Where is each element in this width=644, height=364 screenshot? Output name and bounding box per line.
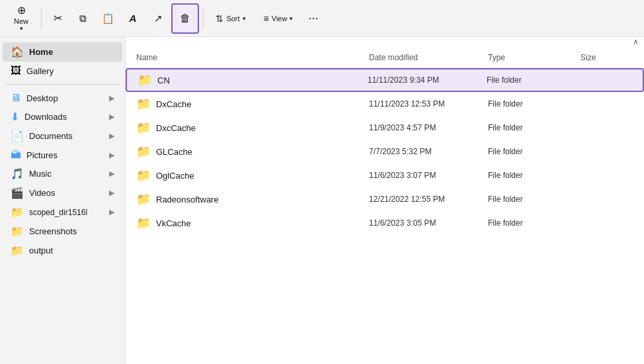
- sort-button[interactable]: ⇅ Sort ▾: [208, 3, 254, 34]
- sidebar-desktop-label: Desktop: [26, 93, 104, 103]
- main-area: 🏠 Home 🖼 Gallery 🖥 Desktop ▶ ⬇ Downloads…: [0, 37, 644, 364]
- folder-icon: 📁: [136, 120, 151, 135]
- rename-button[interactable]: A: [121, 3, 145, 34]
- sidebar-item-desktop[interactable]: 🖥 Desktop ▶: [3, 89, 122, 107]
- cut-icon: ✂: [54, 13, 62, 24]
- file-type-cell: File folder: [488, 218, 581, 228]
- file-date-cell: 12/21/2022 12:55 PM: [369, 195, 488, 204]
- sidebar-item-gallery[interactable]: 🖼 Gallery: [3, 62, 122, 80]
- sidebar-item-documents[interactable]: 📄 Documents ▶: [3, 126, 122, 146]
- table-row[interactable]: 📁 DxcCache 11/9/2023 4:57 PM File folder: [126, 116, 644, 140]
- sidebar-videos-label: Videos: [29, 188, 104, 198]
- file-name-label: Radeonsoftware: [156, 195, 219, 205]
- table-row[interactable]: 📁 DxCache 11/11/2023 12:53 PM File folde…: [126, 92, 644, 116]
- view-button[interactable]: ≡ View ▾: [255, 3, 302, 34]
- sidebar-item-pictures[interactable]: 🏔 Pictures ▶: [3, 146, 122, 164]
- paste-button[interactable]: 📋: [96, 3, 120, 34]
- folder-icon: 📁: [138, 73, 152, 87]
- new-icon: ⊕: [17, 5, 26, 16]
- file-type-cell: File folder: [488, 171, 581, 180]
- file-date-cell: 11/6/2023 3:07 PM: [369, 171, 488, 180]
- column-headers: Name Date modified Type Size: [126, 48, 644, 68]
- file-name-cell: 📁 DxCache: [136, 97, 369, 111]
- col-date-header[interactable]: Date modified: [369, 50, 488, 65]
- pictures-pin-icon: ▶: [109, 151, 114, 159]
- music-pin-icon: ▶: [109, 169, 114, 178]
- file-type-cell: File folder: [488, 123, 581, 132]
- separator-1: [41, 9, 42, 28]
- rename-icon: A: [130, 13, 137, 23]
- documents-pin-icon: ▶: [109, 132, 114, 140]
- videos-icon: 🎬: [11, 187, 24, 199]
- sidebar-scoped-label: scoped_dir1516l: [29, 208, 104, 217]
- collapse-row: ∧: [126, 37, 644, 46]
- file-date-cell: 11/9/2023 4:57 PM: [369, 123, 488, 132]
- folder-icon: 📁: [136, 216, 151, 230]
- separator-2: [203, 9, 204, 28]
- content-area: ∧ Name Date modified Type Size 📁 CN 11/1…: [126, 37, 644, 364]
- scoped-icon: 📁: [11, 206, 24, 218]
- file-name-label: OglCache: [156, 171, 194, 181]
- file-date-cell: 11/11/2023 12:53 PM: [369, 99, 488, 109]
- sidebar: 🏠 Home 🖼 Gallery 🖥 Desktop ▶ ⬇ Downloads…: [0, 37, 126, 364]
- sidebar-item-downloads[interactable]: ⬇ Downloads ▶: [3, 107, 122, 126]
- file-name-label: DxcCache: [156, 123, 196, 133]
- downloads-pin-icon: ▶: [109, 113, 114, 121]
- sidebar-item-scoped[interactable]: 📁 scoped_dir1516l ▶: [3, 203, 122, 222]
- file-name-cell: 📁 DxcCache: [136, 120, 369, 135]
- folder-icon: 📁: [136, 192, 151, 206]
- output-icon: 📁: [11, 244, 24, 257]
- copy-icon: ⧉: [79, 13, 87, 23]
- file-name-cell: 📁 VkCache: [136, 216, 369, 230]
- folder-icon: 📁: [136, 144, 151, 159]
- sidebar-home-label: Home: [29, 47, 114, 57]
- new-label: New: [14, 17, 28, 25]
- col-type-header[interactable]: Type: [488, 50, 581, 65]
- share-button[interactable]: ↗: [146, 3, 170, 34]
- col-name-header[interactable]: Name: [136, 50, 369, 65]
- table-row[interactable]: 📁 CN 11/11/2023 9:34 PM File folder: [126, 68, 644, 92]
- sidebar-item-videos[interactable]: 🎬 Videos ▶: [3, 183, 122, 203]
- delete-button[interactable]: 🗑: [171, 3, 199, 34]
- sidebar-downloads-label: Downloads: [24, 112, 104, 122]
- scoped-pin-icon: ▶: [109, 208, 114, 216]
- file-date-cell: 11/6/2023 3:05 PM: [369, 218, 488, 228]
- sidebar-item-music[interactable]: 🎵 Music ▶: [3, 164, 122, 183]
- sidebar-documents-label: Documents: [29, 131, 104, 141]
- file-name-label: VkCache: [156, 218, 191, 228]
- file-name-cell: 📁 GLCache: [136, 144, 369, 159]
- table-row[interactable]: 📁 OglCache 11/6/2023 3:07 PM File folder: [126, 163, 644, 187]
- sort-label: Sort: [226, 15, 239, 23]
- gallery-icon: 🖼: [11, 65, 21, 77]
- sort-icon: ⇅: [216, 14, 223, 23]
- file-date-cell: 11/11/2023 9:34 PM: [368, 75, 487, 85]
- view-label: View: [272, 15, 288, 23]
- file-name-label: GLCache: [156, 147, 192, 157]
- sidebar-item-home[interactable]: 🏠 Home: [3, 42, 122, 62]
- file-type-cell: File folder: [488, 147, 581, 156]
- file-name-label: DxCache: [156, 99, 191, 109]
- file-list: 📁 CN 11/11/2023 9:34 PM File folder 📁 Dx…: [126, 68, 644, 364]
- table-row[interactable]: 📁 Radeonsoftware 12/21/2022 12:55 PM Fil…: [126, 187, 644, 211]
- more-button[interactable]: ···: [303, 8, 324, 29]
- share-icon: ↗: [154, 13, 163, 23]
- cut-button[interactable]: ✂: [46, 3, 69, 34]
- new-button[interactable]: ⊕ New ▾: [5, 3, 37, 34]
- collapse-arrow-icon[interactable]: ∧: [633, 37, 639, 46]
- sidebar-item-output[interactable]: 📁 output: [3, 241, 122, 260]
- sidebar-gallery-label: Gallery: [26, 66, 114, 76]
- sidebar-item-screenshots[interactable]: 📁 Screenshots: [3, 222, 122, 241]
- table-row[interactable]: 📁 GLCache 7/7/2023 5:32 PM File folder: [126, 140, 644, 163]
- new-dropdown-icon: ▾: [20, 25, 23, 32]
- documents-icon: 📄: [11, 130, 24, 142]
- sidebar-screenshots-label: Screenshots: [29, 226, 114, 236]
- copy-button[interactable]: ⧉: [71, 3, 95, 34]
- folder-icon: 📁: [136, 168, 151, 183]
- view-dropdown-icon: ▾: [290, 15, 293, 22]
- col-size-header[interactable]: Size: [581, 50, 633, 65]
- table-row[interactable]: 📁 VkCache 11/6/2023 3:05 PM File folder: [126, 211, 644, 235]
- file-name-cell: 📁 OglCache: [136, 168, 369, 183]
- file-name-label: CN: [157, 75, 170, 85]
- more-icon: ···: [308, 11, 318, 25]
- toolbar: ⊕ New ▾ ✂ ⧉ 📋 A ↗ 🗑 ⇅ Sort ▾ ≡ View ▾ ··: [0, 0, 644, 37]
